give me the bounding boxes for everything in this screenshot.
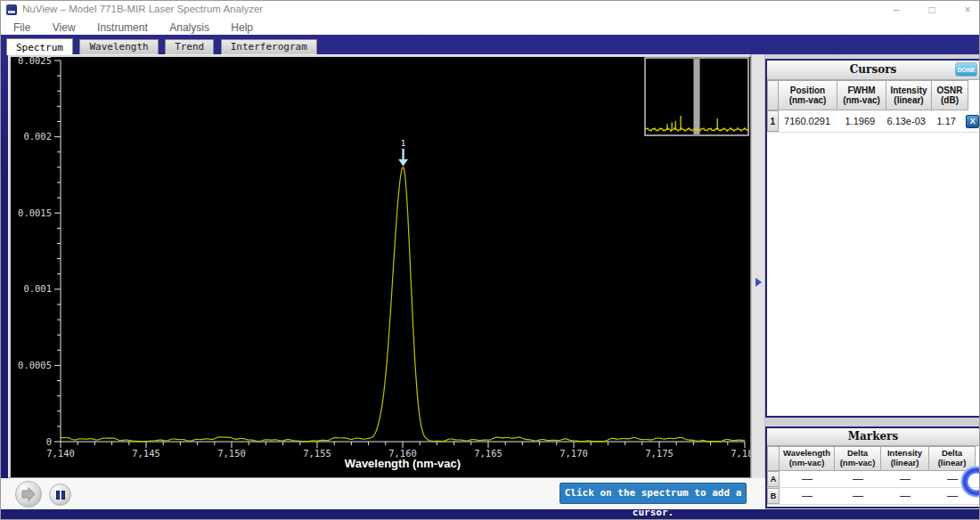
close-button[interactable]: × [961,1,974,19]
panel-splitter[interactable] [751,54,765,478]
svg-text:0.0005: 0.0005 [18,360,52,370]
col-delta-nm: Delta(nm-vac) [835,446,881,471]
menu-help[interactable]: Help [225,20,258,36]
markers-panel-title: Markers [848,430,898,443]
menu-view[interactable]: View [47,20,81,36]
pause-icon [56,491,60,500]
markers-table-header: Wavelength(nm-vac) Delta(nm-vac) Intensi… [767,446,979,471]
spectrum-plot-frame: 7,1407,1457,1507,1557,1607,1657,1707,175… [8,54,751,478]
tick-labels: 7,1407,1457,1507,1557,1607,1657,1707,175… [18,57,750,459]
cursor-osnr-value: 1.17 [928,116,964,126]
done-button[interactable]: DONE [955,62,977,77]
delete-cursor-button[interactable]: X [966,115,979,128]
marker-b-header[interactable]: B [767,488,780,504]
cursor-row-1: 1 7160.0291 1.1969 6.13e-03 1.17 X [767,110,979,133]
svg-text:1: 1 [401,139,405,148]
markers-panel: Markers Wavelength(nm-vac) Delta(nm-vac)… [765,427,980,508]
menu-bar: File View Instrument Analysis Help [1,19,980,35]
svg-text:0.0025: 0.0025 [18,57,52,66]
svg-text:0.001: 0.001 [23,283,52,294]
col-intensity: Intensity(linear) [886,80,932,110]
tab-bar: Spectrum Wavelength Trend Interferogram [6,38,320,54]
col-fwhm: FWHM(nm-vac) [837,80,886,110]
app-icon [6,4,17,15]
cursor-fwhm-value: 1.1969 [836,116,884,126]
svg-text:7,150: 7,150 [217,448,246,459]
cursor-position-value: 7160.0291 [779,116,837,126]
cursor-intensity-value: 6.13e-03 [884,116,928,126]
marker-row-a: A — — — — [767,471,979,488]
pause-button[interactable] [49,483,71,506]
menu-instrument[interactable]: Instrument [92,20,153,36]
col-wavelength: Wavelength(nm-vac) [780,446,835,471]
minimize-button[interactable]: – [890,1,902,19]
spectrum-plot[interactable]: 7,1407,1457,1507,1557,1607,1657,1707,175… [11,57,750,477]
tab-wavelength[interactable]: Wavelength [79,39,158,55]
add-cursor-hint-button[interactable]: Click on the spectrum to add a cursor. [559,483,747,504]
svg-text:0.002: 0.002 [23,131,52,142]
svg-text:7,175: 7,175 [645,448,674,459]
play-button[interactable] [15,481,42,508]
svg-text:7,145: 7,145 [132,448,160,459]
menu-file[interactable]: File [8,20,36,36]
cursor-row-header: 1 [767,110,779,132]
cursors-table-header: Position(nm-vac) FWHM(nm-vac) Intensity(… [767,80,979,110]
pause-icon [61,491,65,500]
spectrum-trace [61,167,745,442]
svg-text:7,155: 7,155 [303,448,331,459]
cursors-panel: Cursors DONE Position(nm-vac) FWHM(nm-va… [765,59,980,418]
x-axis-label: Wavelength (nm-vac) [345,457,461,470]
play-arrow-icon [16,482,41,507]
axes [54,61,745,448]
svg-text:7,170: 7,170 [559,448,588,459]
app-window: NuView – Model 771B-MIR Laser Spectrum A… [0,0,980,520]
svg-text:7,140: 7,140 [46,448,75,459]
marker-a-header[interactable]: A [767,471,780,487]
cursor-marker-1: 1 [398,139,408,167]
overview-inset [645,58,748,135]
tab-trend[interactable]: Trend [165,39,214,55]
overview-view-band [694,59,700,134]
tab-interferogram[interactable]: Interferogram [221,39,317,55]
expand-panel-arrow-icon[interactable] [755,278,762,287]
svg-text:0: 0 [46,436,52,447]
svg-text:7,165: 7,165 [474,448,502,459]
title-bar: NuView – Model 771B-MIR Laser Spectrum A… [1,1,980,19]
window-title: NuView – Model 771B-MIR Laser Spectrum A… [22,4,263,14]
col-position: Position(nm-vac) [779,80,837,110]
svg-text:0.0015: 0.0015 [18,207,52,218]
tab-spectrum[interactable]: Spectrum [6,38,73,55]
col-osnr: OSNR(dB) [932,80,968,110]
cursors-panel-title: Cursors [850,63,896,76]
svg-text:7,180: 7,180 [731,448,750,459]
col-intensity-linear: Intensity(linear) [881,446,929,471]
marker-row-b: B — — — — [767,488,979,505]
menu-analysis[interactable]: Analysis [164,20,215,36]
maximize-button[interactable]: □ [926,1,938,19]
